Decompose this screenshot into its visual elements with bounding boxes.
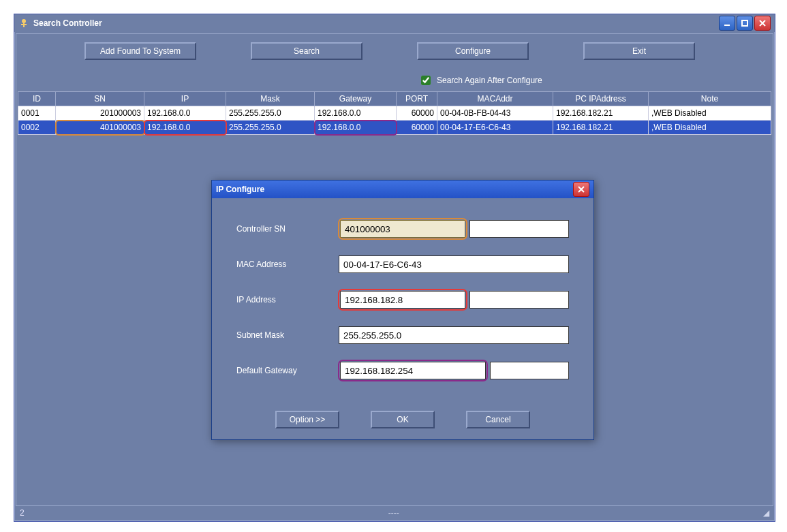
mask-label: Subnet Mask (236, 330, 339, 340)
svg-rect-4 (742, 20, 747, 26)
ip-configure-dialog: IP Configure Controller SN MAC Address (211, 180, 594, 440)
cancel-button[interactable]: Cancel (466, 411, 530, 428)
gateway-field[interactable] (340, 362, 486, 379)
svg-rect-3 (724, 25, 730, 26)
titlebar[interactable]: Search Controller (14, 14, 775, 32)
search-controller-window: Search Controller Add Found To System Se… (14, 14, 775, 522)
exit-button[interactable]: Exit (583, 42, 695, 60)
table-row[interactable]: 0002 401000003 192.168.0.0 255.255.255.0… (18, 121, 771, 135)
status-count: 2 (20, 508, 25, 518)
table-header-row: ID SN IP Mask Gateway PORT MACAddr PC IP… (18, 92, 771, 106)
status-bar: 2 ---- ◢ (16, 505, 773, 520)
svg-rect-2 (21, 24, 27, 25)
table-row[interactable]: 0001 201000003 192.168.0.0 255.255.255.0… (18, 106, 771, 121)
mac-label: MAC Address (236, 260, 339, 269)
controller-sn-field (340, 220, 465, 238)
col-id[interactable]: ID (18, 92, 56, 106)
dialog-titlebar[interactable]: IP Configure (212, 181, 593, 198)
col-sn[interactable]: SN (56, 92, 144, 106)
mac-field (339, 255, 569, 273)
maximize-button[interactable] (737, 16, 753, 31)
gateway-extra[interactable] (490, 362, 569, 379)
search-again-checkbox-row: Search Again After Configure (418, 74, 542, 87)
dialog-title: IP Configure (216, 185, 573, 194)
col-macaddr[interactable]: MACAddr (437, 92, 553, 106)
app-icon (18, 18, 29, 29)
controller-sn-extra[interactable] (469, 220, 569, 238)
minimize-button[interactable] (719, 16, 735, 31)
close-button[interactable] (754, 16, 771, 31)
toolbar: Add Found To System Search Configure Exi… (16, 34, 773, 64)
status-right: ---- (388, 508, 399, 518)
ip-label: IP Address (236, 295, 339, 304)
controller-sn-label: Controller SN (236, 224, 339, 234)
ok-button[interactable]: OK (371, 411, 435, 428)
configure-button[interactable]: Configure (417, 42, 529, 60)
col-pcip[interactable]: PC IPAddress (553, 92, 649, 106)
dialog-close-button[interactable] (573, 182, 589, 197)
search-again-label: Search Again After Configure (437, 76, 542, 85)
col-port[interactable]: PORT (397, 92, 437, 106)
col-gateway[interactable]: Gateway (315, 92, 397, 106)
search-button[interactable]: Search (251, 42, 362, 60)
col-ip[interactable]: IP (144, 92, 226, 106)
ip-extra[interactable] (469, 291, 569, 309)
search-again-checkbox[interactable] (421, 76, 431, 85)
ip-field[interactable] (340, 291, 465, 309)
gateway-label: Default Gateway (236, 366, 339, 375)
col-note[interactable]: Note (649, 92, 771, 106)
controllers-table[interactable]: ID SN IP Mask Gateway PORT MACAddr PC IP… (18, 91, 771, 135)
col-mask[interactable]: Mask (226, 92, 315, 106)
mask-field[interactable] (339, 326, 569, 344)
option-button[interactable]: Option >> (275, 411, 339, 428)
add-found-button[interactable]: Add Found To System (84, 42, 196, 60)
resize-grip-icon[interactable]: ◢ (763, 508, 769, 518)
window-title: Search Controller (33, 18, 719, 28)
